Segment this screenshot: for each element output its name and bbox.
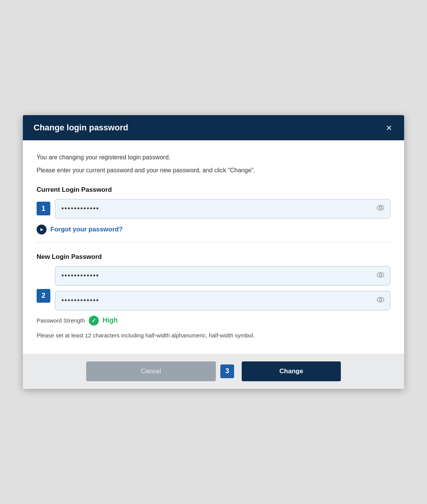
forgot-password-row: Forgot your password? — [37, 225, 390, 234]
section-divider — [37, 242, 390, 242]
dialog-body: You are changing your registered login p… — [23, 140, 404, 353]
change-password-dialog: Change login password × You are changing… — [23, 115, 404, 388]
eye-icon — [376, 295, 385, 304]
forgot-password-link[interactable]: Forgot your password? — [50, 226, 123, 233]
new-password-wrapper1 — [55, 266, 390, 286]
new-password-toggle-btn2[interactable] — [376, 295, 385, 306]
new-password-input2[interactable] — [55, 291, 390, 310]
new-password-input1[interactable] — [55, 266, 390, 286]
step1-badge: 1 — [37, 202, 50, 215]
password-strength-row: Password Strength ✓ High — [37, 316, 390, 326]
step3-badge: 3 — [220, 364, 234, 378]
svg-point-5 — [379, 299, 382, 301]
dialog-title: Change login password — [34, 123, 128, 133]
change-button[interactable]: Change — [242, 361, 341, 381]
new-password-toggle-btn1[interactable] — [376, 270, 385, 281]
current-password-label: Current Login Password — [37, 186, 390, 194]
eye-icon — [376, 203, 385, 212]
new-password-wrapper2 — [55, 291, 390, 310]
dialog-footer: Cancel 3 Change — [23, 354, 404, 389]
current-password-field-row: 1 — [37, 199, 390, 218]
current-password-toggle-btn[interactable] — [376, 203, 385, 214]
step2-fields-wrapper: 2 — [37, 266, 390, 310]
current-password-wrapper — [55, 199, 390, 218]
footer-buttons: Cancel 3 Change — [86, 361, 341, 381]
svg-point-1 — [379, 207, 382, 209]
new-password-section: New Login Password 2 — [37, 253, 390, 340]
svg-point-3 — [379, 274, 382, 276]
new-password-inputs — [55, 266, 390, 310]
current-password-input[interactable] — [55, 199, 390, 218]
new-password-label: New Login Password — [37, 253, 390, 261]
current-password-label-row: Current Login Password — [37, 186, 390, 194]
dialog-header: Change login password × — [23, 115, 404, 140]
svg-point-0 — [377, 205, 384, 210]
dialog-close-button[interactable]: × — [385, 123, 393, 133]
eye-icon — [376, 270, 385, 279]
password-strength-check-icon: ✓ — [89, 316, 99, 326]
step2-badge: 2 — [37, 289, 50, 303]
description-line1: You are changing your registered login p… — [37, 152, 390, 162]
svg-point-2 — [377, 273, 384, 277]
password-hint-text: Please set at least 12 characters includ… — [37, 331, 390, 340]
description-line2: Please enter your current password and y… — [37, 165, 390, 175]
svg-point-4 — [377, 297, 384, 302]
password-strength-label: Password Strength — [37, 317, 85, 324]
forgot-password-icon — [37, 225, 47, 234]
cancel-button[interactable]: Cancel — [86, 361, 216, 381]
password-strength-value: High — [103, 316, 118, 324]
